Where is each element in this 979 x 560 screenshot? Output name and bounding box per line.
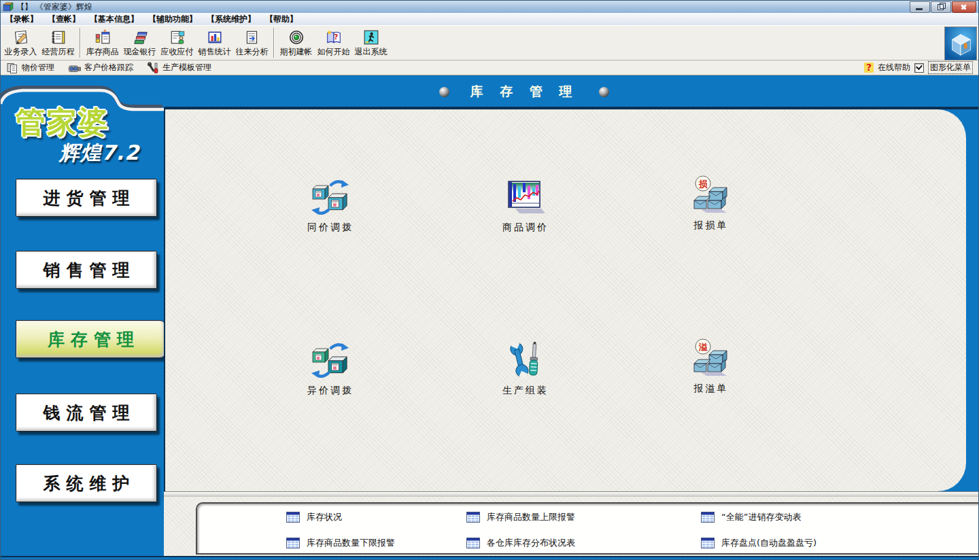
icon-label: 报溢单 bbox=[670, 383, 752, 395]
title-bar: 【】 《管家婆》辉煌 bbox=[1, 1, 978, 14]
table-icon bbox=[286, 512, 300, 523]
svg-text:?: ? bbox=[334, 33, 338, 41]
content-surface: 同价调拨 bbox=[164, 109, 966, 491]
goods-price-adjust-item[interactable]: 商品调价 bbox=[485, 177, 566, 234]
restore-button[interactable] bbox=[931, 1, 951, 13]
overflow-report-item[interactable]: 溢 报溢单 bbox=[670, 338, 752, 395]
online-help-label[interactable]: 在线帮助 bbox=[878, 62, 910, 73]
menu-bar: 【录帐】 【查帐】 【基本信息】 【辅助功能】 【系统维护】 【帮助】 bbox=[1, 13, 978, 26]
same-price-transfer-icon bbox=[311, 177, 350, 217]
loss-report-icon: 损 bbox=[691, 175, 731, 215]
price-management-button[interactable]: 物价管理 bbox=[6, 62, 54, 74]
menu-system-maintain[interactable]: 【系统维护】 bbox=[202, 14, 260, 25]
overflow-badge: 溢 bbox=[699, 342, 708, 352]
exit-system-button[interactable]: 退出系统 bbox=[352, 27, 390, 59]
diff-price-transfer-icon bbox=[311, 340, 350, 380]
menu-basic-info[interactable]: 【基本信息】 bbox=[85, 14, 143, 25]
icon-label: 商品调价 bbox=[485, 222, 566, 234]
report-lower-limit-alert[interactable]: 库存商品数量下限报警 bbox=[286, 537, 395, 549]
loss-report-item[interactable]: 损 报损单 bbox=[670, 175, 752, 232]
report-inventory-status[interactable]: 库存状况 bbox=[286, 511, 342, 523]
same-price-transfer-item[interactable]: 同价调拨 bbox=[290, 177, 371, 234]
initial-setup-button[interactable]: 期初建帐 bbox=[277, 27, 315, 59]
initial-setup-icon bbox=[288, 29, 305, 46]
bottom-frame bbox=[1, 556, 979, 560]
page-title: 库 存 管 理 bbox=[470, 83, 579, 101]
graphic-menu-label[interactable]: 图形化菜单 bbox=[928, 61, 973, 74]
documents-icon bbox=[6, 62, 19, 74]
loss-badge: 损 bbox=[698, 179, 708, 189]
assembly-tools-icon bbox=[506, 340, 545, 380]
production-template-button[interactable]: 生产模板管理 bbox=[147, 62, 211, 74]
brand-logo-text: 管家婆 bbox=[16, 103, 109, 143]
sidebar: 管家婆 辉煌7.2 进货管理 销售管理 库存管理 钱流管理 系统维护 bbox=[1, 75, 164, 560]
price-chart-icon bbox=[506, 177, 545, 217]
cash-bank-icon bbox=[132, 29, 148, 46]
secondary-toolbar: 物价管理 客户价格跟踪 生产模板管理 ? 在线帮助 图形化菜单 bbox=[1, 60, 978, 75]
report-panel: 库存状况 库存商品数量上限报警 bbox=[196, 502, 979, 555]
tools-small-icon bbox=[147, 62, 160, 74]
icon-label: 异价调拨 bbox=[290, 385, 371, 397]
app-icon bbox=[3, 1, 14, 12]
receivable-payable-button[interactable]: 应收应付 bbox=[158, 27, 196, 59]
table-icon bbox=[286, 538, 300, 548]
app-window: 【】 《管家婆》辉煌 【录帐】 【查帐】 【基本信息】 【辅助功能】 【系统维护… bbox=[0, 0, 979, 560]
table-icon bbox=[701, 512, 715, 523]
help-question-icon[interactable]: ? bbox=[864, 63, 874, 73]
close-button[interactable] bbox=[952, 1, 976, 13]
sidebar-item-system[interactable]: 系统维护 bbox=[16, 464, 157, 502]
customer-price-tracking-button[interactable]: 客户价格跟踪 bbox=[68, 62, 133, 74]
graphic-menu-checkbox[interactable] bbox=[914, 63, 924, 73]
tracking-camera-icon bbox=[68, 62, 82, 74]
how-to-start-icon: ? bbox=[326, 29, 342, 46]
restore-icon bbox=[938, 4, 944, 10]
sphere-decoration-left bbox=[439, 87, 449, 97]
sphere-decoration-right bbox=[599, 87, 609, 97]
icon-label: 报损单 bbox=[670, 220, 752, 232]
overflow-report-icon: 溢 bbox=[691, 338, 731, 378]
inventory-goods-button[interactable]: 库存商品 bbox=[84, 27, 121, 59]
sidebar-item-cashflow[interactable]: 钱流管理 bbox=[16, 393, 157, 432]
toolbar-separator bbox=[273, 28, 275, 58]
report-warehouse-distribution[interactable]: 各仓库库存分布状况表 bbox=[466, 537, 575, 549]
transaction-analysis-icon bbox=[244, 29, 260, 46]
sales-statistics-icon bbox=[207, 29, 223, 46]
sidebar-item-inventory[interactable]: 库存管理 bbox=[16, 320, 166, 358]
menu-check[interactable]: 【查帐】 bbox=[43, 14, 85, 25]
sales-statistics-button[interactable]: 销售统计 bbox=[196, 27, 233, 59]
table-icon bbox=[701, 538, 715, 548]
menu-record[interactable]: 【录帐】 bbox=[1, 14, 43, 25]
receivable-payable-icon bbox=[169, 29, 186, 46]
bottom-strip: 库存状况 库存商品数量上限报警 bbox=[164, 497, 979, 556]
diff-price-transfer-item[interactable]: 异价调拨 bbox=[290, 340, 371, 397]
main-toolbar: 业务录入 经营历程 库存商品 bbox=[1, 25, 978, 60]
icon-label: 同价调拨 bbox=[290, 222, 371, 234]
table-icon bbox=[466, 512, 480, 523]
production-assembly-item[interactable]: 生产组装 bbox=[485, 340, 566, 397]
exit-system-icon bbox=[363, 29, 379, 46]
business-history-button[interactable]: 经营历程 bbox=[39, 27, 77, 59]
report-stocktaking[interactable]: 库存盘点(自动盘盈盘亏) bbox=[701, 537, 817, 549]
business-entry-button[interactable]: 业务录入 bbox=[2, 27, 39, 59]
inventory-goods-icon bbox=[95, 29, 111, 46]
how-to-start-button[interactable]: ? 如何开始 bbox=[315, 27, 352, 59]
content-header: 库 存 管 理 bbox=[164, 75, 979, 109]
icon-label: 生产组装 bbox=[485, 385, 566, 397]
business-entry-icon bbox=[13, 29, 29, 46]
transaction-analysis-button[interactable]: 往来分析 bbox=[233, 27, 271, 59]
minimize-button[interactable] bbox=[910, 1, 930, 13]
toolbar-separator bbox=[80, 28, 81, 58]
report-upper-limit-alert[interactable]: 库存商品数量上限报警 bbox=[466, 511, 575, 523]
menu-aux-功能[interactable]: 【辅助功能】 bbox=[143, 14, 202, 25]
cash-bank-button[interactable]: 现金银行 bbox=[121, 27, 158, 59]
sidebar-item-purchase[interactable]: 进货管理 bbox=[16, 179, 157, 217]
menu-help[interactable]: 【帮助】 bbox=[260, 14, 303, 25]
table-icon bbox=[466, 538, 480, 548]
minimize-icon bbox=[916, 8, 923, 10]
business-history-icon bbox=[50, 29, 67, 46]
app-area: 管家婆 辉煌7.2 进货管理 销售管理 库存管理 钱流管理 系统维护 库 存 管… bbox=[1, 75, 979, 560]
report-almighty-change-table[interactable]: “全能”进销存变动表 bbox=[701, 511, 801, 523]
sidebar-item-sales[interactable]: 销售管理 bbox=[16, 251, 157, 289]
brand-cube-logo[interactable] bbox=[944, 27, 977, 60]
window-title: 【】 《管家婆》辉煌 bbox=[16, 1, 92, 13]
